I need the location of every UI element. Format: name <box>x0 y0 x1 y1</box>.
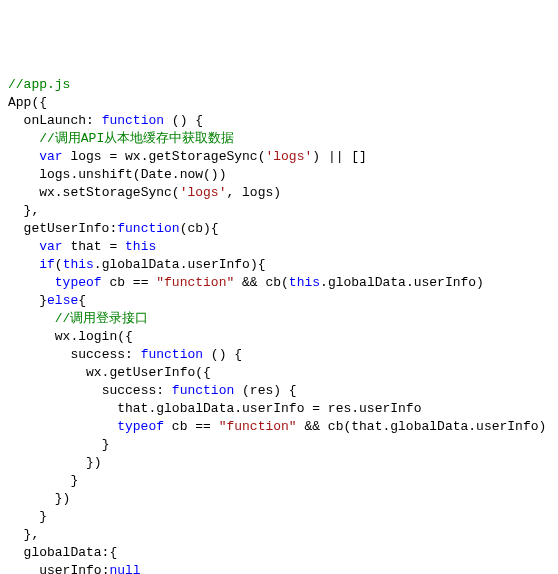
code-line: }) <box>8 454 550 472</box>
token-plain: logs = wx.getStorageSync( <box>63 149 266 164</box>
token-plain: cb == <box>164 419 219 434</box>
token-plain: } <box>39 509 47 524</box>
token-kw: else <box>47 293 78 308</box>
token-plain: success: <box>70 347 140 362</box>
token-kw: var <box>39 239 62 254</box>
token-plain: logs.unshift(Date.now()) <box>39 167 226 182</box>
code-line: onLaunch: function () { <box>8 112 550 130</box>
token-plain: }) <box>86 455 102 470</box>
token-kw: typeof <box>117 419 164 434</box>
token-kw: function <box>102 113 164 128</box>
token-plain: } <box>70 473 78 488</box>
code-line: }else{ <box>8 292 550 310</box>
token-str: "function" <box>219 419 297 434</box>
token-plain: success: <box>102 383 172 398</box>
code-line: getUserInfo:function(cb){ <box>8 220 550 238</box>
code-line: that.globalData.userInfo = res.userInfo <box>8 400 550 418</box>
token-plain: (res) { <box>234 383 296 398</box>
token-kw: function <box>117 221 179 236</box>
code-line: //调用登录接口 <box>8 310 550 328</box>
token-plain: wx.getUserInfo({ <box>86 365 211 380</box>
code-line: wx.getUserInfo({ <box>8 364 550 382</box>
token-ref: this <box>125 239 156 254</box>
token-plain: .globalData.userInfo) <box>320 275 484 290</box>
token-kw: function <box>172 383 234 398</box>
token-plain: () { <box>164 113 203 128</box>
token-plain: ) || [] <box>312 149 367 164</box>
token-kw: null <box>109 563 140 574</box>
token-plain: }) <box>55 491 71 506</box>
code-line: typeof cb == "function" && cb(that.globa… <box>8 418 550 436</box>
code-line: } <box>8 472 550 490</box>
code-line: //调用API从本地缓存中获取数据 <box>8 130 550 148</box>
token-plain: .globalData.userInfo){ <box>94 257 266 272</box>
code-line: }, <box>8 526 550 544</box>
code-line: typeof cb == "function" && cb(this.globa… <box>8 274 550 292</box>
token-plain: onLaunch: <box>24 113 102 128</box>
token-plain: userInfo: <box>39 563 109 574</box>
code-line: //app.js <box>8 76 550 94</box>
token-plain: }, <box>24 203 40 218</box>
token-plain: () { <box>203 347 242 362</box>
token-cmt: //调用登录接口 <box>55 311 149 326</box>
token-plain: getUserInfo: <box>24 221 118 236</box>
code-line: var logs = wx.getStorageSync('logs') || … <box>8 148 550 166</box>
token-plain: && cb(that.globalData.userInfo) <box>297 419 547 434</box>
token-plain: that.globalData.userInfo = res.userInfo <box>117 401 421 416</box>
token-plain: && cb( <box>234 275 289 290</box>
token-plain: (cb){ <box>180 221 219 236</box>
code-line: globalData:{ <box>8 544 550 562</box>
code-line: App({ <box>8 94 550 112</box>
code-line: }) <box>8 490 550 508</box>
token-ref: this <box>63 257 94 272</box>
code-line: } <box>8 436 550 454</box>
code-line: }, <box>8 202 550 220</box>
token-plain: , logs) <box>226 185 281 200</box>
code-line: wx.setStorageSync('logs', logs) <box>8 184 550 202</box>
token-plain: cb == <box>102 275 157 290</box>
token-cmt: //app.js <box>8 77 70 92</box>
code-line: userInfo:null <box>8 562 550 574</box>
code-line: wx.login({ <box>8 328 550 346</box>
token-plain: { <box>78 293 86 308</box>
token-plain: that = <box>63 239 125 254</box>
token-str: "function" <box>156 275 234 290</box>
code-line: success: function (res) { <box>8 382 550 400</box>
token-cmt: //调用API从本地缓存中获取数据 <box>39 131 234 146</box>
token-kw: function <box>141 347 203 362</box>
code-line: } <box>8 508 550 526</box>
code-line: logs.unshift(Date.now()) <box>8 166 550 184</box>
token-plain: } <box>102 437 110 452</box>
token-str: 'logs' <box>265 149 312 164</box>
token-plain: globalData:{ <box>24 545 118 560</box>
token-plain: wx.login({ <box>55 329 133 344</box>
token-plain: }, <box>24 527 40 542</box>
token-plain: ( <box>55 257 63 272</box>
token-kw: var <box>39 149 62 164</box>
token-str: 'logs' <box>180 185 227 200</box>
code-line: var that = this <box>8 238 550 256</box>
code-line: if(this.globalData.userInfo){ <box>8 256 550 274</box>
code-block: //app.jsApp({ onLaunch: function () { //… <box>8 76 550 574</box>
token-ref: this <box>289 275 320 290</box>
token-plain: wx.setStorageSync( <box>39 185 179 200</box>
token-plain: } <box>39 293 47 308</box>
token-kw: typeof <box>55 275 102 290</box>
code-line: success: function () { <box>8 346 550 364</box>
token-plain: App({ <box>8 95 47 110</box>
token-kw: if <box>39 257 55 272</box>
